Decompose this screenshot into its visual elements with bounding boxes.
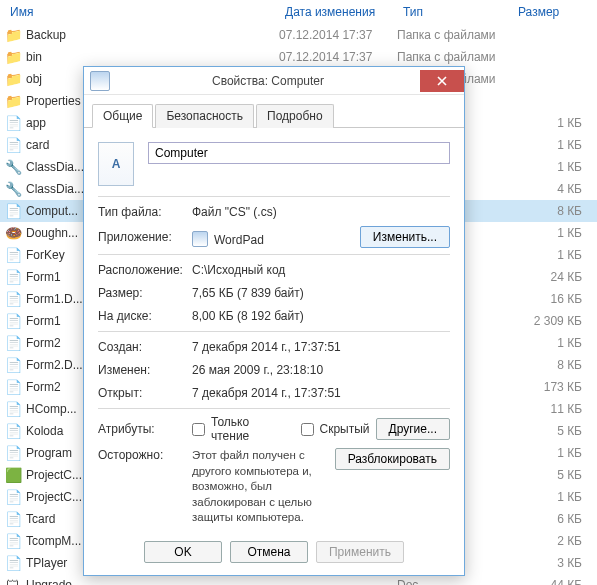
- file-icon: 📄: [4, 422, 22, 440]
- warning-label: Осторожно:: [98, 448, 192, 462]
- file-size: 16 КБ: [512, 292, 582, 306]
- title-file-icon: [90, 71, 110, 91]
- hidden-checkbox[interactable]: [301, 423, 314, 436]
- location-label: Расположение:: [98, 263, 192, 277]
- tab-pane: A Тип файла: Файл "CS" (.cs) Приложение:…: [84, 128, 464, 526]
- dialog-buttons: OK Отмена Применить: [84, 531, 464, 573]
- app-value: WordPad: [192, 228, 360, 247]
- size-value: 7,65 КБ (7 839 байт): [192, 286, 450, 300]
- filetype-label: Тип файла:: [98, 205, 192, 219]
- file-icon: 📄: [4, 510, 22, 528]
- warning-text: Этот файл получен с другого компьютера и…: [192, 448, 335, 526]
- file-name: Backup: [26, 28, 279, 42]
- col-date[interactable]: Дата изменения: [279, 5, 397, 19]
- file-icon: 🔧: [4, 158, 22, 176]
- file-size: 1 КБ: [512, 226, 582, 240]
- file-size: 1 КБ: [512, 336, 582, 350]
- file-icon: 📁: [4, 26, 22, 44]
- file-size: 11 КБ: [512, 402, 582, 416]
- col-type[interactable]: Тип: [397, 5, 512, 19]
- location-value: C:\Исходный код: [192, 263, 450, 277]
- file-icon: 📄: [4, 202, 22, 220]
- tab-details[interactable]: Подробно: [256, 104, 334, 128]
- modified-label: Изменен:: [98, 363, 192, 377]
- readonly-label: Только чтение: [211, 415, 278, 443]
- accessed-label: Открыт:: [98, 386, 192, 400]
- file-icon: 🍩: [4, 224, 22, 242]
- file-size: 24 КБ: [512, 270, 582, 284]
- file-size: 6 КБ: [512, 512, 582, 526]
- tabs: Общие Безопасность Подробно: [84, 95, 464, 128]
- file-size: 4 КБ: [512, 182, 582, 196]
- file-icon: 📁: [4, 48, 22, 66]
- readonly-checkbox[interactable]: [192, 423, 205, 436]
- table-row[interactable]: 📁bin07.12.2014 17:37Папка с файлами: [0, 46, 597, 68]
- ok-button[interactable]: OK: [144, 541, 222, 563]
- accessed-value: 7 декабря 2014 г., 17:37:51: [192, 386, 450, 400]
- titlebar[interactable]: Свойства: Computer: [84, 67, 464, 95]
- dialog-title: Свойства: Computer: [116, 74, 420, 88]
- tab-security[interactable]: Безопасность: [155, 104, 254, 128]
- modified-value: 26 мая 2009 г., 23:18:10: [192, 363, 450, 377]
- size-label: Размер:: [98, 286, 192, 300]
- wordpad-icon: [192, 231, 208, 247]
- file-icon: 📄: [4, 488, 22, 506]
- other-attributes-button[interactable]: Другие...: [376, 418, 450, 440]
- file-size: 1 КБ: [512, 248, 582, 262]
- file-icon: 📄: [4, 246, 22, 264]
- file-size: 1 КБ: [512, 138, 582, 152]
- file-icon: 📄: [4, 268, 22, 286]
- file-name: Upgrade...: [26, 578, 279, 585]
- file-icon: 📄: [4, 114, 22, 132]
- file-size: 5 КБ: [512, 468, 582, 482]
- file-type: Папка с файлами: [397, 50, 512, 64]
- file-size: 173 КБ: [512, 380, 582, 394]
- apply-button[interactable]: Применить: [316, 541, 404, 563]
- file-size: 44 КБ: [512, 578, 582, 585]
- unblock-button[interactable]: Разблокировать: [335, 448, 450, 470]
- file-name: bin: [26, 50, 279, 64]
- file-type: Doc...: [397, 578, 512, 585]
- col-size[interactable]: Размер: [512, 5, 590, 19]
- change-app-button[interactable]: Изменить...: [360, 226, 450, 248]
- created-value: 7 декабря 2014 г., 17:37:51: [192, 340, 450, 354]
- file-size: 8 КБ: [512, 204, 582, 218]
- file-icon: 📄: [4, 290, 22, 308]
- tab-general[interactable]: Общие: [92, 104, 153, 128]
- file-icon: 📄: [4, 532, 22, 550]
- file-size: 8 КБ: [512, 358, 582, 372]
- properties-dialog: Свойства: Computer Общие Безопасность По…: [83, 66, 465, 576]
- file-size: 1 КБ: [512, 446, 582, 460]
- col-name[interactable]: Имя: [4, 5, 279, 19]
- file-icon: 📁: [4, 70, 22, 88]
- close-button[interactable]: [420, 70, 464, 92]
- file-size: 1 КБ: [512, 490, 582, 504]
- file-size: 1 КБ: [512, 116, 582, 130]
- file-size: 5 КБ: [512, 424, 582, 438]
- file-icon: 🟩: [4, 466, 22, 484]
- app-label: Приложение:: [98, 230, 192, 244]
- file-icon: 🔧: [4, 180, 22, 198]
- file-icon: 📄: [4, 444, 22, 462]
- file-size: 2 309 КБ: [512, 314, 582, 328]
- sizeondisk-label: На диске:: [98, 309, 192, 323]
- hidden-label: Скрытый: [320, 422, 370, 436]
- file-icon: 🛡: [4, 576, 22, 585]
- file-icon: 📁: [4, 92, 22, 110]
- filetype-value: Файл "CS" (.cs): [192, 205, 450, 219]
- filename-input[interactable]: [148, 142, 450, 164]
- file-size: 2 КБ: [512, 534, 582, 548]
- file-size: 3 КБ: [512, 556, 582, 570]
- file-type-icon: A: [98, 142, 134, 186]
- sizeondisk-value: 8,00 КБ (8 192 байт): [192, 309, 450, 323]
- file-icon: 📄: [4, 136, 22, 154]
- attributes-label: Атрибуты:: [98, 422, 192, 436]
- file-date: 07.12.2014 17:37: [279, 50, 397, 64]
- close-icon: [437, 76, 447, 86]
- file-size: 1 КБ: [512, 160, 582, 174]
- file-icon: 📄: [4, 400, 22, 418]
- cancel-button[interactable]: Отмена: [230, 541, 308, 563]
- file-icon: 📄: [4, 356, 22, 374]
- file-date: 07.12.2014 17:37: [279, 28, 397, 42]
- table-row[interactable]: 📁Backup07.12.2014 17:37Папка с файлами: [0, 24, 597, 46]
